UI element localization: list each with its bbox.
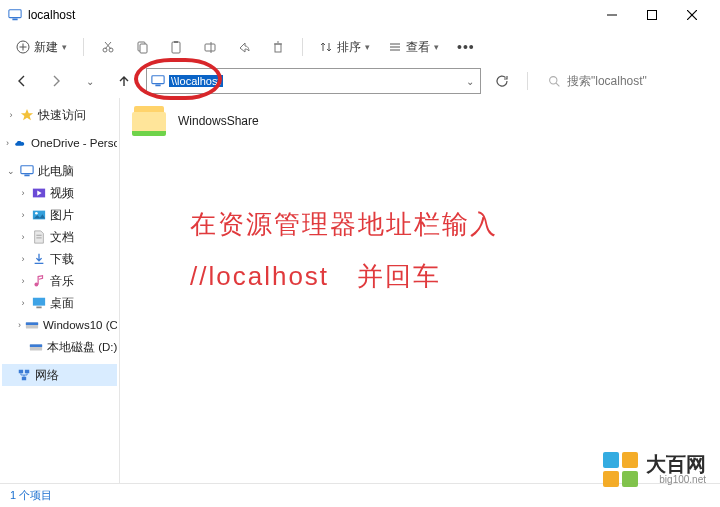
svg-rect-30 [24, 175, 29, 177]
svg-rect-14 [140, 44, 147, 53]
search-placeholder: 搜索"localhost" [567, 73, 647, 90]
window-title: localhost [28, 8, 592, 22]
music-icon [32, 274, 46, 288]
chevron-right-icon: › [6, 110, 16, 120]
annotation-line1: 在资源管理器地址栏输入 [190, 198, 498, 250]
svg-rect-17 [205, 44, 215, 51]
up-button[interactable] [112, 69, 136, 93]
body: › 快速访问 › OneDrive - Person... ⌄ 此电脑 › 视频… [0, 98, 720, 483]
plus-circle-icon [16, 40, 30, 54]
maximize-button[interactable] [632, 1, 672, 29]
logo-squares-icon [603, 452, 638, 487]
view-icon [388, 40, 402, 54]
refresh-button[interactable] [491, 70, 513, 92]
chevron-down-icon: ▾ [365, 42, 370, 52]
svg-point-33 [35, 212, 38, 215]
sidebar-label: 网络 [35, 368, 59, 383]
chevron-right-icon: › [18, 320, 21, 330]
back-button[interactable] [10, 69, 34, 93]
svg-rect-43 [30, 344, 42, 347]
chevron-right-icon: › [18, 188, 28, 198]
delete-button[interactable] [264, 33, 292, 61]
star-icon [20, 108, 34, 122]
sidebar: › 快速访问 › OneDrive - Person... ⌄ 此电脑 › 视频… [0, 98, 120, 483]
sidebar-item-documents[interactable]: › 文档 [2, 226, 117, 248]
svg-rect-44 [19, 370, 23, 374]
drive-icon [29, 340, 43, 354]
picture-icon [32, 208, 46, 222]
separator [527, 72, 528, 90]
sidebar-label: 下载 [50, 252, 74, 267]
sort-button[interactable]: 排序 ▾ [313, 35, 376, 60]
sidebar-label: Windows10 (C:) [43, 319, 117, 331]
sidebar-label: 快速访问 [38, 108, 86, 123]
sidebar-item-pictures[interactable]: › 图片 [2, 204, 117, 226]
svg-rect-39 [36, 307, 41, 309]
annotation-line2: //localhost并回车 [190, 250, 498, 302]
scissors-icon [101, 40, 115, 54]
forward-button[interactable] [44, 69, 68, 93]
arrow-up-icon [117, 74, 131, 88]
cut-button[interactable] [94, 33, 122, 61]
address-bar-wrap: \\localhost ⌄ [146, 68, 481, 94]
monitor-icon [8, 8, 22, 22]
sidebar-label: 桌面 [50, 296, 74, 311]
separator [302, 38, 303, 56]
minimize-button[interactable] [592, 1, 632, 29]
sidebar-item-music[interactable]: › 音乐 [2, 270, 117, 292]
sidebar-label: OneDrive - Person... [31, 137, 117, 149]
brand-url: big100.net [646, 475, 706, 486]
svg-rect-19 [275, 44, 281, 52]
separator [83, 38, 84, 56]
arrow-left-icon [15, 74, 29, 88]
folder-label: WindowsShare [178, 114, 259, 128]
chevron-down-icon: ▾ [62, 42, 67, 52]
svg-rect-29 [21, 166, 33, 174]
nav-row: ⌄ \\localhost ⌄ 搜索"localhost" [0, 64, 720, 98]
view-button[interactable]: 查看 ▾ [382, 35, 445, 60]
sidebar-item-ddrive[interactable]: 本地磁盘 (D:) [2, 336, 117, 358]
toolbar: 新建 ▾ 排序 ▾ 查看 ▾ ••• [0, 30, 720, 64]
trash-icon [271, 40, 285, 54]
chevron-right-icon: › [6, 138, 9, 148]
new-label: 新建 [34, 39, 58, 56]
svg-rect-25 [152, 76, 164, 84]
svg-rect-0 [9, 10, 21, 18]
address-bar[interactable]: \\localhost ⌄ [146, 68, 481, 94]
status-text: 1 个项目 [10, 488, 52, 503]
svg-rect-45 [25, 370, 29, 374]
refresh-icon [495, 74, 509, 88]
new-button[interactable]: 新建 ▾ [10, 35, 73, 60]
svg-rect-46 [22, 377, 26, 381]
annotation-text: 在资源管理器地址栏输入 //localhost并回车 [190, 198, 498, 302]
svg-rect-41 [26, 322, 38, 325]
recent-button[interactable]: ⌄ [78, 69, 102, 93]
sidebar-item-onedrive[interactable]: › OneDrive - Person... [2, 132, 117, 154]
chevron-down-icon[interactable]: ⌄ [466, 76, 474, 87]
sidebar-item-videos[interactable]: › 视频 [2, 182, 117, 204]
sidebar-item-thispc[interactable]: ⌄ 此电脑 [2, 160, 117, 182]
svg-rect-15 [172, 42, 180, 53]
chevron-down-icon: ⌄ [6, 166, 16, 176]
sidebar-item-cdrive[interactable]: › Windows10 (C:) [2, 314, 117, 336]
sidebar-item-desktop[interactable]: › 桌面 [2, 292, 117, 314]
content-pane[interactable]: WindowsShare 在资源管理器地址栏输入 //localhost并回车 [120, 98, 720, 483]
search-box[interactable]: 搜索"localhost" [542, 68, 710, 94]
more-button[interactable]: ••• [451, 39, 481, 55]
folder-item[interactable]: WindowsShare [132, 106, 708, 136]
rename-button[interactable] [196, 33, 224, 61]
share-icon [237, 40, 251, 54]
sidebar-label: 视频 [50, 186, 74, 201]
close-button[interactable] [672, 1, 712, 29]
copy-button[interactable] [128, 33, 156, 61]
share-button[interactable] [230, 33, 258, 61]
sidebar-item-quick[interactable]: › 快速访问 [2, 104, 117, 126]
sort-icon [319, 40, 333, 54]
chevron-right-icon: › [18, 276, 28, 286]
sidebar-item-network[interactable]: 网络 [2, 364, 117, 386]
branding-logo: 大百网 big100.net [603, 452, 706, 487]
desktop-icon [32, 296, 46, 310]
paste-button[interactable] [162, 33, 190, 61]
sidebar-label: 文档 [50, 230, 74, 245]
sidebar-item-downloads[interactable]: › 下载 [2, 248, 117, 270]
